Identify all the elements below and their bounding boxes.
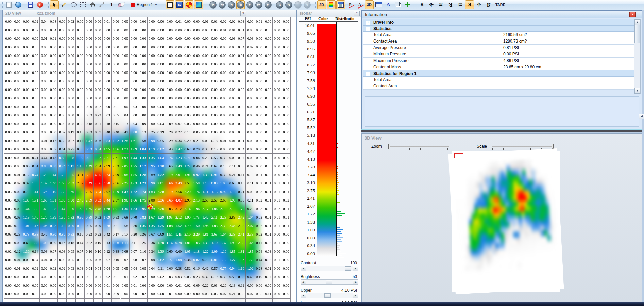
pressure-cell[interactable]: 0.00 — [210, 119, 219, 128]
pressure-cell[interactable]: 0.01 — [273, 239, 282, 247]
pressure-cell[interactable]: 0.56 — [94, 136, 102, 145]
pressure-cell[interactable]: 0.53 — [112, 213, 120, 222]
pressure-cell[interactable]: 0.00 — [228, 111, 237, 119]
pressure-cell[interactable]: 2.28 — [219, 213, 228, 222]
pressure-cell[interactable]: 0.03 — [246, 34, 255, 43]
pressure-cell[interactable]: 0.00 — [228, 85, 237, 94]
pressure-cell[interactable]: 1.65 — [210, 230, 219, 239]
pressure-cell[interactable]: 0.00 — [130, 43, 138, 51]
pressure-cell[interactable]: 0.00 — [210, 85, 219, 94]
pressure-cell[interactable]: 0.98 — [148, 136, 156, 145]
pressure-cell[interactable]: 0.10 — [246, 171, 255, 179]
pressure-cell[interactable]: 1.86 — [237, 256, 246, 264]
pressure-cell[interactable]: 0.00 — [13, 111, 22, 119]
pressure-cell[interactable]: 1.15 — [201, 179, 210, 188]
pressure-cell[interactable]: 0.03 — [201, 290, 210, 299]
pressure-cell[interactable]: 0.00 — [76, 51, 85, 60]
pressure-cell[interactable]: 1.15 — [58, 222, 67, 230]
pressure-cell[interactable]: 1.11 — [201, 188, 210, 196]
pressure-cell[interactable]: 0.00 — [174, 26, 183, 34]
pressure-cell[interactable]: 0.01 — [49, 34, 58, 43]
pressure-cell[interactable]: 0.00 — [121, 43, 130, 51]
pressure-cell[interactable]: 0.00 — [183, 68, 192, 77]
isobar-collapse-button[interactable]: ^ — [354, 11, 360, 16]
pressure-graph-button[interactable]: P — [346, 0, 355, 9]
fast-forward-button[interactable]: ▶▶ — [255, 0, 263, 9]
pressure-cell[interactable]: 2.38 — [228, 230, 237, 239]
pressure-cell[interactable]: 0.00 — [40, 273, 49, 281]
pressure-cell[interactable]: 0.00 — [112, 77, 120, 85]
pressure-cell[interactable]: 0.01 — [165, 290, 174, 299]
pressure-cell[interactable]: 2.97 — [103, 188, 112, 196]
pressure-cell[interactable]: 0.85 — [58, 154, 67, 162]
pressure-cell[interactable]: 0.02 — [31, 26, 40, 34]
pressure-cell[interactable]: 1.66 — [130, 196, 138, 205]
pressure-cell[interactable]: 0.00 — [255, 136, 264, 145]
pressure-cell[interactable]: 0.05 — [112, 111, 120, 119]
pressure-cell[interactable]: 0.00 — [228, 43, 237, 51]
pressure-cell[interactable]: 0.00 — [148, 111, 156, 119]
pressure-cell[interactable]: 0.07 — [49, 145, 58, 154]
pressure-cell[interactable]: 0.01 — [130, 281, 138, 290]
pressure-cell[interactable]: 0.00 — [138, 51, 147, 60]
pressure-cell[interactable]: 0.00 — [264, 136, 273, 145]
pressure-cell[interactable]: 0.67 — [148, 230, 156, 239]
pressure-cell[interactable]: 0.16 — [192, 264, 201, 273]
pressure-cell[interactable]: 0.01 — [228, 26, 237, 34]
pressure-cell[interactable]: 0.03 — [228, 34, 237, 43]
pressure-cell[interactable]: 1.80 — [76, 188, 85, 196]
pressure-cell[interactable]: 0.07 — [76, 247, 85, 256]
pressure-cell[interactable]: 0.82 — [156, 145, 165, 154]
pressure-cell[interactable]: 0.00 — [228, 51, 237, 60]
pressure-cell[interactable]: 1.59 — [246, 256, 255, 264]
mirror-vertical-button[interactable]: R — [484, 0, 493, 9]
pressure-cell[interactable]: 0.62 — [94, 213, 102, 222]
pressure-cell[interactable]: 0.00 — [22, 290, 31, 299]
pressure-cell[interactable]: 0.00 — [4, 290, 13, 299]
pressure-cell[interactable]: 0.00 — [174, 94, 183, 102]
pressure-cell[interactable]: 0.70 — [22, 188, 31, 196]
pressure-cell[interactable]: 0.00 — [165, 26, 174, 34]
pressure-cell[interactable]: 1.95 — [103, 145, 112, 154]
pressure-cell[interactable]: 0.00 — [282, 60, 291, 68]
pressure-cell[interactable]: 0.88 — [49, 162, 58, 171]
pressure-cell[interactable]: 0.00 — [40, 43, 49, 51]
pressure-cell[interactable]: 2.66 — [219, 196, 228, 205]
pressure-cell[interactable]: 0.00 — [273, 85, 282, 94]
pressure-cell[interactable]: 0.00 — [130, 17, 138, 26]
pressure-cell[interactable]: 0.00 — [246, 26, 255, 34]
pressure-cell[interactable]: 1.42 — [174, 145, 183, 154]
pressure-cell[interactable]: 0.00 — [174, 68, 183, 77]
pressure-cell[interactable]: 0.13 — [103, 239, 112, 247]
pressure-cell[interactable]: 0.00 — [40, 94, 49, 102]
pressure-cell[interactable]: 1.45 — [174, 230, 183, 239]
pressure-cell[interactable]: 0.08 — [49, 17, 58, 26]
pressure-cell[interactable]: 0.43 — [49, 154, 58, 162]
pressure-cell[interactable]: 3.66 — [165, 179, 174, 188]
pressure-cell[interactable]: 2.15 — [219, 205, 228, 213]
pressure-cell[interactable]: 0.03 — [76, 264, 85, 273]
pressure-cell[interactable]: 0.60 — [228, 179, 237, 188]
pressure-cell[interactable]: 0.00 — [67, 102, 75, 111]
pressure-cell[interactable]: 2.48 — [94, 205, 102, 213]
pressure-cell[interactable]: 0.04 — [40, 17, 49, 26]
pressure-cell[interactable]: 0.00 — [148, 273, 156, 281]
pressure-cell[interactable]: 1.88 — [210, 222, 219, 230]
pressure-cell[interactable]: 0.00 — [138, 26, 147, 34]
pressure-cell[interactable]: 0.01 — [219, 136, 228, 145]
pressure-cell[interactable]: 2.42 — [237, 213, 246, 222]
pressure-cell[interactable]: 0.02 — [22, 145, 31, 154]
pressure-cell[interactable]: 0.00 — [174, 290, 183, 299]
pressure-cell[interactable]: 0.00 — [264, 154, 273, 162]
pressure-cell[interactable]: 1.41 — [31, 188, 40, 196]
pressure-cell[interactable]: 0.01 — [112, 273, 120, 281]
pressure-cell[interactable]: 0.69 — [148, 171, 156, 179]
pressure-cell[interactable]: 1.37 — [219, 239, 228, 247]
pressure-cell[interactable]: 0.02 — [49, 264, 58, 273]
pressure-cell[interactable]: 0.38 — [174, 264, 183, 273]
pressure-cell[interactable]: 2.33 — [246, 230, 255, 239]
pressure-cell[interactable]: 0.00 — [13, 136, 22, 145]
pressure-cell[interactable]: 1.49 — [174, 162, 183, 171]
pressure-cell[interactable]: 0.01 — [237, 136, 246, 145]
pressure-cell[interactable]: 0.00 — [103, 77, 112, 85]
